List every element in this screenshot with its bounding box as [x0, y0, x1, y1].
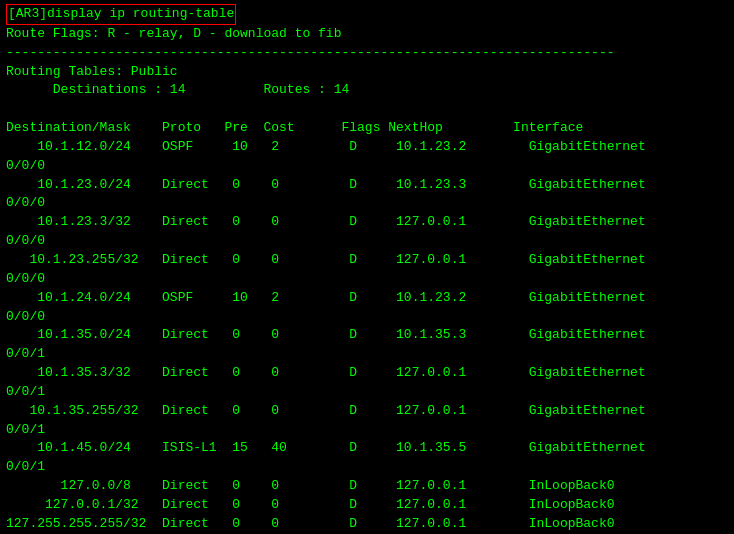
command-highlight-box: [AR3]display ip routing-table: [6, 4, 236, 25]
route-iface2-line: 0/0/0: [6, 270, 728, 289]
route-line: 10.1.24.0/24 OSPF 10 2 D 10.1.23.2 Gigab…: [6, 289, 728, 308]
routes-table: 10.1.12.0/24 OSPF 10 2 D 10.1.23.2 Gigab…: [6, 138, 728, 534]
routes-count: 14: [334, 82, 350, 97]
route-iface2-line: 0/0/1: [6, 383, 728, 402]
route-flags-line: Route Flags: R - relay, D - download to …: [6, 25, 728, 44]
route-line: 10.1.23.3/32 Direct 0 0 D 127.0.0.1 Giga…: [6, 213, 728, 232]
column-headers: Destination/Mask Proto Pre Cost Flags Ne…: [6, 119, 728, 138]
destinations-label: Destinations: [53, 82, 147, 97]
route-iface2-line: 0/0/0: [6, 232, 728, 251]
route-iface2-line: 0/0/0: [6, 194, 728, 213]
destinations-routes-line: Destinations : 14 Routes : 14: [6, 81, 728, 100]
route-iface2-line: 0/0/1: [6, 345, 728, 364]
route-line: 10.1.23.0/24 Direct 0 0 D 10.1.23.3 Giga…: [6, 176, 728, 195]
route-line: 127.0.0.1/32 Direct 0 0 D 127.0.0.1 InLo…: [6, 496, 728, 515]
route-iface2-line: 0/0/1: [6, 458, 728, 477]
blank-line: [6, 100, 728, 119]
route-iface2-line: 0/0/0: [6, 157, 728, 176]
routes-label: Routes: [263, 82, 310, 97]
route-line: 10.1.35.255/32 Direct 0 0 D 127.0.0.1 Gi…: [6, 402, 728, 421]
route-iface2-line: 0/0/0: [6, 308, 728, 327]
command-line: [AR3]display ip routing-table: [6, 4, 728, 25]
destinations-count: 14: [170, 82, 186, 97]
route-line: 10.1.45.0/24 ISIS-L1 15 40 D 10.1.35.5 G…: [6, 439, 728, 458]
route-line: 10.1.12.0/24 OSPF 10 2 D 10.1.23.2 Gigab…: [6, 138, 728, 157]
route-iface2-line: 0/0/1: [6, 421, 728, 440]
route-line: 127.255.255.255/32 Direct 0 0 D 127.0.0.…: [6, 515, 728, 534]
route-line: 10.1.35.0/24 Direct 0 0 D 10.1.35.3 Giga…: [6, 326, 728, 345]
terminal-window: [AR3]display ip routing-table Route Flag…: [6, 4, 728, 534]
route-line: 127.0.0/8 Direct 0 0 D 127.0.0.1 InLoopB…: [6, 477, 728, 496]
separator-line: ----------------------------------------…: [6, 44, 728, 63]
route-line: 10.1.35.3/32 Direct 0 0 D 127.0.0.1 Giga…: [6, 364, 728, 383]
routing-table-header: Routing Tables: Public: [6, 63, 728, 82]
route-line: 10.1.23.255/32 Direct 0 0 D 127.0.0.1 Gi…: [6, 251, 728, 270]
